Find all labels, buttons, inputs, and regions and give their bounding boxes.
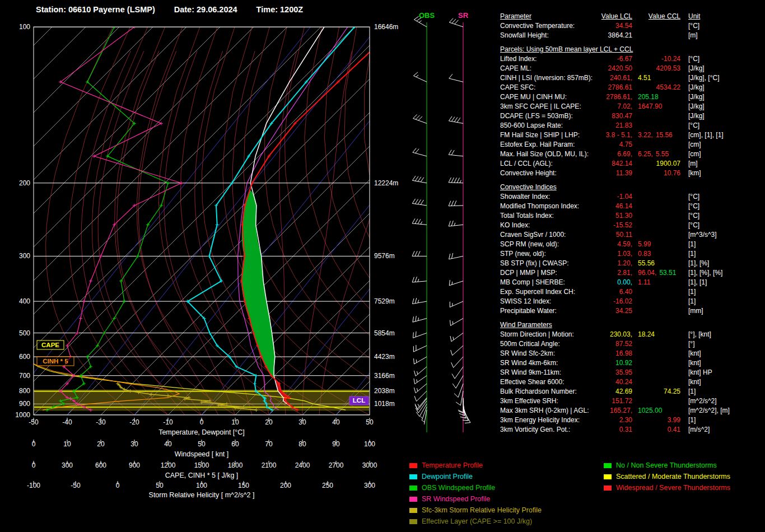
profile-legend-item: Effective Layer (CAPE >= 100 J/kg) bbox=[409, 516, 542, 527]
param-unit: [m/s^2] bbox=[680, 425, 763, 435]
value-part: 4.75 bbox=[619, 141, 632, 148]
param-value-lcl: 2.81, bbox=[599, 268, 632, 278]
param-row: Storm Direction | Motion:230.03,18.24[°]… bbox=[500, 330, 763, 339]
param-row: Estofex Exp. Hail Param:4.75[cm] bbox=[500, 140, 763, 150]
param-value-lcl: 3864.21 bbox=[599, 31, 632, 40]
altitude-label: 3166m bbox=[374, 372, 395, 380]
param-value-ccl bbox=[632, 349, 680, 358]
param-unit: [m^2/s^2], [m] bbox=[680, 406, 763, 416]
value-part: 53.51 bbox=[659, 269, 676, 277]
value-part: 2420.50 bbox=[608, 64, 632, 72]
param-value-ccl: 3.99 bbox=[632, 416, 680, 425]
pressure-tick-label: 600 bbox=[19, 353, 30, 361]
param-unit: [°C] bbox=[680, 221, 763, 230]
param-row: DCAPE (LFS = 503mB):830.47[J/kg] bbox=[500, 111, 763, 121]
param-label: CAPE ML: bbox=[500, 64, 599, 73]
severity-legend-item: Widespread / Severe Thunderstorms bbox=[604, 482, 730, 493]
severity-legend-item-swatch bbox=[604, 463, 612, 468]
value-part: 10.92 bbox=[615, 359, 632, 367]
altitude-label: 7529m bbox=[374, 297, 395, 305]
param-value-ccl: 0.41 bbox=[632, 425, 680, 435]
param-row: MB Comp | SHERBE:0.00,1.11[1], [1] bbox=[500, 278, 763, 287]
axis-tick-label: -100 bbox=[27, 482, 40, 489]
param-value-lcl: 34.25 bbox=[599, 306, 632, 316]
param-value-ccl: 55.56 bbox=[632, 259, 680, 268]
param-row: 3km SFC CAPE | IL CAPE:7.02,1647.90[J/kg… bbox=[500, 102, 763, 111]
param-unit: [km] bbox=[680, 169, 763, 178]
windspeed-axis: 0102030405060708090100Windspeed [ knt ] bbox=[32, 440, 376, 458]
param-value-lcl: 87.52 bbox=[599, 339, 632, 349]
section-title: Parcels: Using 50mB mean layer LCL + CCL bbox=[500, 45, 763, 54]
value-part: 5.99 bbox=[638, 240, 651, 248]
param-unit: [mm] bbox=[680, 306, 763, 316]
value-part: 4.59, bbox=[617, 240, 632, 248]
pressure-tick-label: 700 bbox=[19, 372, 30, 380]
param-value-ccl bbox=[632, 396, 680, 406]
param-label: Convective Temperature: bbox=[500, 21, 599, 31]
param-unit: [1] bbox=[680, 240, 763, 249]
value-part: 0.41 bbox=[668, 426, 680, 433]
param-label: Total Totals Index: bbox=[500, 211, 599, 221]
param-label: SCP RM (new, old): bbox=[500, 240, 599, 249]
param-value-lcl: 151.72 bbox=[599, 396, 632, 406]
pressure-gridlines bbox=[34, 27, 370, 415]
param-value-ccl: 3.22,15.56 bbox=[632, 130, 680, 140]
value-part: 2786.61 bbox=[608, 83, 632, 91]
axis-tick-label: 50 bbox=[198, 440, 206, 448]
param-label: 3km Effective SRH: bbox=[500, 396, 599, 406]
pressure-tick-label: 400 bbox=[19, 297, 30, 305]
param-value-lcl: 230.03, bbox=[599, 330, 632, 339]
value-part: 165.27, bbox=[610, 407, 632, 414]
profile-legend-item-label: SR Windspeed Profile bbox=[422, 495, 490, 503]
axis-tick-label: 0 bbox=[32, 461, 36, 469]
param-value-ccl bbox=[632, 21, 680, 31]
param-value-lcl: 35.95 bbox=[599, 368, 632, 377]
param-unit: [1] bbox=[680, 287, 763, 297]
param-row: Lifted Index:-6.67-10.24[°C] bbox=[500, 54, 763, 64]
param-unit: [J/kg] bbox=[680, 92, 763, 102]
axis-tick-label: 100 bbox=[364, 440, 375, 448]
param-label: Storm Direction | Motion: bbox=[500, 330, 599, 339]
axis-tick-label: 2400 bbox=[295, 461, 310, 469]
param-value-ccl bbox=[632, 192, 680, 202]
param-unit: [°] bbox=[680, 339, 763, 349]
value-part: 3.22, bbox=[638, 131, 653, 139]
param-value-ccl: 5.99 bbox=[632, 240, 680, 249]
param-value-lcl: 165.27, bbox=[599, 406, 632, 416]
param-row: 3km Vorticity Gen. Pot.:0.310.41[m/s^2] bbox=[500, 425, 763, 435]
profile-legend-item-label: Temperature Profile bbox=[422, 461, 483, 469]
profile-legend-item-swatch bbox=[409, 463, 417, 468]
param-row: Showalter Index:-1.04[°C] bbox=[500, 192, 763, 202]
axis-tick-label: 20 bbox=[265, 418, 273, 426]
param-value-lcl: 51.30 bbox=[599, 211, 632, 221]
value-part: 16.98 bbox=[615, 349, 632, 357]
param-value-lcl: 1.20, bbox=[599, 259, 632, 268]
profile-legend-item: Sfc-3km Storm Relative Helicity Profile bbox=[409, 505, 542, 516]
pressure-tick-label: 900 bbox=[19, 400, 30, 408]
annotation-cape: CAPE bbox=[37, 340, 64, 349]
param-value-ccl bbox=[632, 111, 680, 121]
axis-tick-label: 90 bbox=[332, 440, 340, 448]
date-label: Date: 29.06.2024 bbox=[174, 5, 237, 14]
param-unit: [°C] bbox=[680, 202, 763, 211]
axis-tick-label: 0 bbox=[32, 440, 36, 448]
plot-area bbox=[0, 25, 498, 415]
axis-tick-label: 60 bbox=[231, 440, 239, 448]
param-label: MB Comp | SHERBE: bbox=[500, 278, 599, 287]
param-value-lcl: 10.92 bbox=[599, 358, 632, 368]
profile-legend-item-label: Effective Layer (CAPE >= 100 J/kg) bbox=[422, 517, 532, 525]
param-value-lcl: -16.02 bbox=[599, 297, 632, 306]
param-value-ccl: 10.76 bbox=[632, 169, 680, 178]
param-unit: [knt] bbox=[680, 349, 763, 358]
value-part: -1.04 bbox=[617, 193, 632, 200]
profile-legend-item-label: Sfc-3km Storm Relative Helicity Profile bbox=[422, 506, 542, 514]
altitude-label: 12224m bbox=[374, 179, 398, 187]
value-part: 0.83 bbox=[638, 250, 651, 258]
value-part: 4209.53 bbox=[656, 64, 680, 72]
value-part: 74.25 bbox=[664, 388, 680, 395]
severity-legend-item: No / Non Severe Thunderstorms bbox=[604, 460, 730, 471]
value-part: 1.20, bbox=[617, 259, 632, 267]
param-value-ccl bbox=[632, 31, 680, 40]
value-part: 34.25 bbox=[615, 307, 632, 315]
param-value-lcl: 4.75 bbox=[599, 140, 632, 150]
